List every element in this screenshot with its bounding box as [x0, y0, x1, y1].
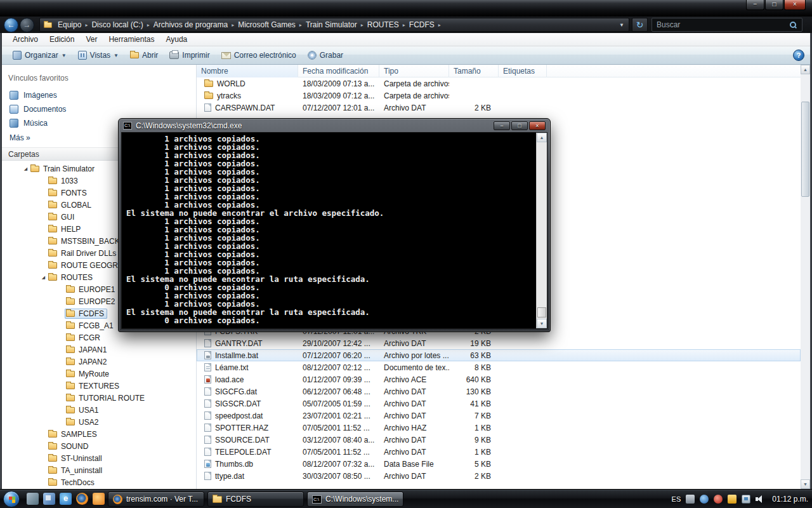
tree-item-target[interactable]: TechDocs: [47, 478, 98, 488]
tree-item-target[interactable]: TA_uninstall: [47, 465, 105, 476]
console[interactable]: 1 archivos copiados. 1 archivos copiados…: [121, 132, 547, 329]
file-row-speedpost-dat[interactable]: speedpost.dat23/07/2001 02:21 ...Archivo…: [197, 410, 801, 422]
tray-icon[interactable]: [714, 495, 723, 504]
tree-item-target[interactable]: Rail Driver DLLs: [47, 248, 119, 258]
tree-item-target[interactable]: 1033: [47, 176, 81, 186]
cmd-minimize-button[interactable]: −: [494, 121, 510, 130]
taskbar-button-c-windows-system[interactable]: C:\Windows\system...: [307, 491, 403, 507]
console-scrollbar-thumb[interactable]: [537, 307, 546, 318]
tree-item-japan2[interactable]: JAPAN2: [2, 356, 195, 368]
file-row-sigcfg-dat[interactable]: SIGCFG.dat06/12/2007 06:48 ...Archivo DA…: [197, 385, 801, 398]
tree-item-textures[interactable]: TEXTURES: [2, 380, 195, 392]
tree-item-target[interactable]: ROUTES: [47, 272, 96, 283]
menu-herramientas[interactable]: Herramientas: [103, 34, 160, 45]
tree-item-target[interactable]: HELP: [47, 224, 84, 234]
tray-icon[interactable]: [686, 495, 695, 504]
column-header-nombre[interactable]: Nombre: [197, 65, 298, 77]
tree-item-target[interactable]: MSTSBIN_BACKU: [47, 236, 128, 246]
tree-item-target[interactable]: EUROPE2: [65, 297, 118, 307]
tree-item-target[interactable]: FCDFS: [65, 309, 107, 319]
tree-item-st-uninstall[interactable]: ST-Uninstall: [2, 452, 195, 464]
volume-icon[interactable]: [756, 495, 765, 504]
file-row-ytracks[interactable]: ytracks18/03/2009 07:12 a...Carpeta de a…: [197, 90, 801, 102]
tree-item-target[interactable]: SAMPLES: [47, 429, 100, 439]
file-row-telepole-dat[interactable]: TELEPOLE.DAT07/05/2001 11:52 ...Archivo …: [197, 446, 801, 458]
menu-ver[interactable]: Ver: [80, 34, 103, 45]
console-scroll-up-icon[interactable]: ▲: [537, 133, 547, 142]
close-button[interactable]: ×: [784, 0, 806, 10]
tree-item-target[interactable]: EUROPE1: [65, 284, 118, 295]
file-row-spotter-haz[interactable]: SPOTTER.HAZ07/05/2001 11:52 ...Archivo H…: [197, 422, 801, 434]
file-row-l-ame-txt[interactable]: Léame.txt08/12/2007 02:12 ...Documento d…: [197, 361, 801, 373]
toolbar-correo-electr-nico-button[interactable]: Correo electrónico: [216, 49, 302, 62]
maximize-button[interactable]: □: [765, 0, 783, 10]
tree-item-target[interactable]: SOUND: [47, 441, 91, 451]
taskbar-clock[interactable]: 01:12 p.m.: [772, 495, 808, 504]
search-icon[interactable]: [789, 21, 797, 29]
back-button[interactable]: ←: [4, 18, 18, 32]
media-player-icon[interactable]: [93, 493, 105, 505]
minimize-button[interactable]: −: [746, 0, 764, 10]
file-row-carspawn-dat[interactable]: CARSPAWN.DAT07/12/2007 12:01 a...Archivo…: [197, 102, 801, 114]
tree-item-usa2[interactable]: USA2: [2, 416, 195, 428]
breadcrumb-item-routes[interactable]: ROUTES: [364, 20, 402, 29]
tree-item-japan1[interactable]: JAPAN1: [2, 344, 195, 356]
toolbar-imprimir-button[interactable]: Imprimir: [164, 49, 215, 62]
tree-item-ta-uninstall[interactable]: TA_uninstall: [2, 464, 195, 476]
taskbar-button-trensim-com-ver-t[interactable]: trensim.com · Ver T...: [108, 491, 204, 507]
column-header-tipo[interactable]: Tipo: [379, 65, 449, 77]
menu-edici-n[interactable]: Edición: [44, 34, 80, 45]
column-header-tama-o[interactable]: Tamaño: [449, 65, 499, 77]
tree-item-target[interactable]: USA2: [65, 417, 102, 427]
tree-item-fcgr[interactable]: FCGR: [2, 331, 195, 344]
breadcrumb-dropdown-icon[interactable]: ▼: [615, 22, 629, 28]
favorite-im-genes[interactable]: Imágenes: [2, 88, 196, 102]
breadcrumb-item-archivos-de-programa[interactable]: Archivos de programa: [150, 20, 231, 29]
file-row-gantry-dat[interactable]: GANTRY.DAT29/10/2007 12:42 ...Archivo DA…: [197, 337, 801, 349]
toolbar-vistas-button[interactable]: Vistas▼: [72, 49, 124, 62]
tree-item-target[interactable]: TEXTURES: [65, 381, 122, 391]
console-scroll-down-icon[interactable]: ▼: [537, 319, 547, 328]
cmd-close-button[interactable]: ×: [529, 121, 546, 130]
file-row-ssource-dat[interactable]: SSOURCE.DAT03/12/2007 08:40 a...Archivo …: [197, 434, 801, 446]
tree-item-myroute[interactable]: MyRoute: [2, 368, 195, 380]
start-button[interactable]: [3, 491, 20, 507]
tree-item-target[interactable]: GUI: [47, 212, 77, 222]
expanded-arrow-icon[interactable]: ◢: [22, 166, 29, 171]
scroll-down-icon[interactable]: ▼: [801, 479, 810, 489]
breadcrumb-item-train-simulator[interactable]: Train Simulator: [303, 20, 360, 29]
file-row-installme-bat[interactable]: Installme.bat07/12/2007 06:20 ...Archivo…: [197, 349, 801, 361]
tree-item-techdocs[interactable]: TechDocs: [2, 476, 195, 488]
cmd-titlebar[interactable]: C:\Windows\system32\cmd.exe − □ ×: [119, 119, 550, 132]
tree-item-target[interactable]: GLOBAL: [47, 200, 95, 210]
window-switcher-icon[interactable]: [43, 493, 55, 505]
tree-item-samples[interactable]: SAMPLES: [2, 428, 195, 440]
menu-archivo[interactable]: Archivo: [7, 34, 44, 45]
language-indicator[interactable]: ES: [672, 495, 681, 503]
expanded-arrow-icon[interactable]: ◢: [40, 275, 47, 280]
tree-item-usa1[interactable]: USA1: [2, 404, 195, 416]
tree-item-target[interactable]: FCGR: [65, 333, 103, 343]
column-header-fecha-modificaci-n[interactable]: Fecha modificación: [298, 65, 379, 77]
console-scrollbar[interactable]: ▲ ▼: [536, 133, 547, 328]
file-row-sigscr-dat[interactable]: SIGSCR.DAT05/07/2005 01:59 ...Archivo DA…: [197, 398, 801, 410]
firefox-icon[interactable]: [76, 493, 88, 505]
cmd-maximize-button[interactable]: □: [511, 121, 528, 130]
tree-item-target[interactable]: FCGB_A1: [65, 321, 117, 331]
tree-item-target[interactable]: MyRoute: [65, 369, 112, 379]
tree-item-target[interactable]: ST-Uninstall: [47, 453, 105, 464]
tree-item-target[interactable]: JAPAN2: [65, 357, 110, 367]
breadcrumb[interactable]: Equipo▸Disco local (C:)▸Archivos de prog…: [39, 18, 629, 32]
refresh-button[interactable]: ↻: [632, 18, 648, 32]
breadcrumb-item-equipo[interactable]: Equipo: [55, 20, 84, 29]
cmd-window[interactable]: C:\Windows\system32\cmd.exe − □ × 1 arch…: [118, 118, 551, 332]
tree-item-target[interactable]: USA1: [65, 405, 102, 415]
show-desktop-icon[interactable]: [27, 493, 39, 505]
file-list-scrollbar[interactable]: ▲ ▼: [801, 65, 810, 489]
tray-icon[interactable]: [700, 495, 709, 504]
tree-item-target[interactable]: JAPAN1: [65, 345, 110, 355]
scrollbar-thumb[interactable]: [801, 102, 809, 197]
favorite-documentos[interactable]: Documentos: [2, 102, 196, 116]
forward-button[interactable]: →: [20, 18, 34, 32]
breadcrumb-item-microsoft-games[interactable]: Microsoft Games: [235, 20, 299, 29]
